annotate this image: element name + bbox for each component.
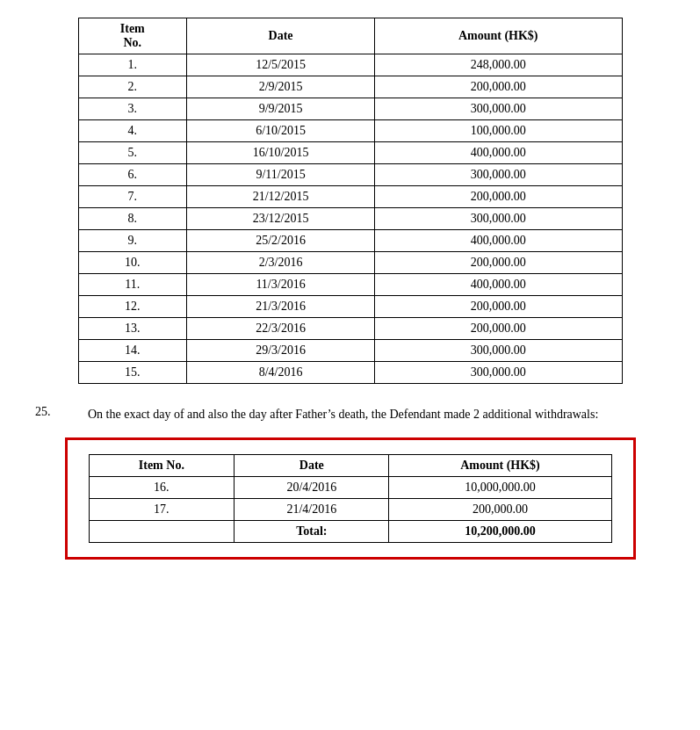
- item-amount: 400,000.00: [374, 142, 622, 164]
- item-date: 21/3/2016: [187, 296, 375, 318]
- item-number: 13.: [78, 318, 187, 340]
- item-number: 3.: [78, 98, 187, 120]
- item-date: 21/12/2015: [187, 186, 375, 208]
- main-table-header-item: ItemNo.: [78, 18, 187, 54]
- inner-item-amount: 200,000.00: [389, 499, 611, 521]
- inner-table-row: 16.20/4/201610,000,000.00: [89, 477, 611, 499]
- table-row: 12.21/3/2016200,000.00: [78, 296, 622, 318]
- table-row: 15.8/4/2016300,000.00: [78, 362, 622, 384]
- item-amount: 200,000.00: [374, 318, 622, 340]
- item-number: 14.: [78, 340, 187, 362]
- item-amount: 300,000.00: [374, 98, 622, 120]
- item-date: 2/3/2016: [187, 252, 375, 274]
- table-row: 6.9/11/2015300,000.00: [78, 164, 622, 186]
- item-number: 1.: [78, 54, 187, 76]
- item-number: 15.: [78, 362, 187, 384]
- main-table: ItemNo. Date Amount (HK$) 1.12/5/2015248…: [78, 18, 623, 384]
- inner-item-date: 20/4/2016: [235, 477, 389, 499]
- table-row: 14.29/3/2016300,000.00: [78, 340, 622, 362]
- inner-item-number: 16.: [89, 477, 235, 499]
- item-amount: 200,000.00: [374, 252, 622, 274]
- item-amount: 400,000.00: [374, 274, 622, 296]
- item-amount: 200,000.00: [374, 186, 622, 208]
- paragraph-text: On the exact day of and also the day aft…: [88, 405, 598, 423]
- inner-table-header-date: Date: [235, 455, 389, 477]
- total-value: 10,200,000.00: [389, 521, 611, 543]
- item-date: 11/3/2016: [187, 274, 375, 296]
- item-amount: 300,000.00: [374, 164, 622, 186]
- main-table-header-date: Date: [187, 18, 375, 54]
- item-number: 8.: [78, 208, 187, 230]
- item-amount: 300,000.00: [374, 340, 622, 362]
- item-number: 6.: [78, 164, 187, 186]
- item-date: 6/10/2015: [187, 120, 375, 142]
- table-row: 11.11/3/2016400,000.00: [78, 274, 622, 296]
- table-row: 9.25/2/2016400,000.00: [78, 230, 622, 252]
- table-row: 1.12/5/2015248,000.00: [78, 54, 622, 76]
- item-number: 4.: [78, 120, 187, 142]
- item-number: 9.: [78, 230, 187, 252]
- total-label: Total:: [235, 521, 389, 543]
- item-date: 23/12/2015: [187, 208, 375, 230]
- item-number: 11.: [78, 274, 187, 296]
- item-number: 12.: [78, 296, 187, 318]
- item-amount: 100,000.00: [374, 120, 622, 142]
- item-date: 2/9/2015: [187, 76, 375, 98]
- item-date: 29/3/2016: [187, 340, 375, 362]
- item-date: 25/2/2016: [187, 230, 375, 252]
- item-date: 9/11/2015: [187, 164, 375, 186]
- item-date: 16/10/2015: [187, 142, 375, 164]
- main-table-header-amount: Amount (HK$): [374, 18, 622, 54]
- item-date: 12/5/2015: [187, 54, 375, 76]
- table-row: 7.21/12/2015200,000.00: [78, 186, 622, 208]
- table-row: 10.2/3/2016200,000.00: [78, 252, 622, 274]
- inner-table-row: 17.21/4/2016200,000.00: [89, 499, 611, 521]
- item-date: 9/9/2015: [187, 98, 375, 120]
- item-date: 22/3/2016: [187, 318, 375, 340]
- table-row: 3.9/9/2015300,000.00: [78, 98, 622, 120]
- highlighted-box: Item No. Date Amount (HK$) 16.20/4/20161…: [65, 437, 636, 560]
- table-row: 2.2/9/2015200,000.00: [78, 76, 622, 98]
- inner-item-date: 21/4/2016: [235, 499, 389, 521]
- item-number: 10.: [78, 252, 187, 274]
- inner-table-header-item: Item No.: [89, 455, 235, 477]
- paragraph-25: 25. On the exact day of and also the day…: [35, 405, 665, 423]
- item-amount: 248,000.00: [374, 54, 622, 76]
- inner-table: Item No. Date Amount (HK$) 16.20/4/20161…: [89, 454, 612, 543]
- item-number: 2.: [78, 76, 187, 98]
- item-number: 5.: [78, 142, 187, 164]
- inner-item-amount: 10,000,000.00: [389, 477, 611, 499]
- item-amount: 300,000.00: [374, 362, 622, 384]
- table-row: 5.16/10/2015400,000.00: [78, 142, 622, 164]
- table-row: 4.6/10/2015100,000.00: [78, 120, 622, 142]
- item-amount: 300,000.00: [374, 208, 622, 230]
- item-amount: 400,000.00: [374, 230, 622, 252]
- paragraph-number: 25.: [35, 405, 88, 423]
- inner-item-number: 17.: [89, 499, 235, 521]
- item-number: 7.: [78, 186, 187, 208]
- item-date: 8/4/2016: [187, 362, 375, 384]
- table-row: 13.22/3/2016200,000.00: [78, 318, 622, 340]
- inner-table-header-amount: Amount (HK$): [389, 455, 611, 477]
- item-amount: 200,000.00: [374, 76, 622, 98]
- item-amount: 200,000.00: [374, 296, 622, 318]
- table-row: 8.23/12/2015300,000.00: [78, 208, 622, 230]
- total-empty-1: [89, 521, 235, 543]
